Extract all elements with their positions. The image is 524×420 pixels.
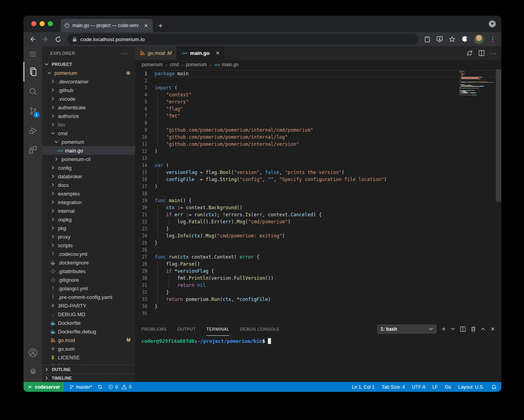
open-changes-icon[interactable] <box>466 50 473 56</box>
tree-folder--github[interactable]: .github <box>42 86 135 94</box>
tab-output[interactable]: OUTPUT <box>177 322 196 336</box>
tree-folder--devcontainer[interactable]: .devcontainer <box>42 77 135 86</box>
tree-folder--vscode[interactable]: .vscode <box>42 94 135 103</box>
tab-close-icon[interactable]: ✕ <box>143 23 149 29</box>
sync-item[interactable] <box>98 384 103 389</box>
minimize-window-button[interactable] <box>40 21 45 26</box>
eol-item[interactable]: LF <box>432 384 438 390</box>
install-app-icon[interactable] <box>436 36 443 42</box>
back-button[interactable] <box>29 36 36 43</box>
code-line[interactable]: 22 log.Fatal().Err(err).Msg("cmd/pomeriu… <box>135 218 501 225</box>
more-actions-icon[interactable]: ··· <box>490 50 497 56</box>
code-line[interactable]: 31 return nil <box>135 282 501 289</box>
tree-folder-config[interactable]: config <box>42 163 135 172</box>
new-terminal-icon[interactable]: + <box>442 326 446 333</box>
editor-scrollbar[interactable] <box>496 69 501 202</box>
tab-size-item[interactable]: Tab Size: 4 <box>382 384 405 390</box>
zoom-window-button[interactable] <box>48 21 53 26</box>
code-line[interactable]: 33 return pomerium.Run(ctx, *configFile) <box>135 296 501 303</box>
tree-folder-ospkg[interactable]: ospkg <box>42 215 135 224</box>
code-line[interactable]: 32 } <box>135 289 501 296</box>
tree-folder-proxy[interactable]: proxy <box>42 232 135 241</box>
problems-item[interactable]: 0 0 <box>108 384 131 390</box>
code-line[interactable]: 3import ( <box>135 84 501 91</box>
code-line[interactable]: 2 <box>135 77 501 84</box>
code-line[interactable]: 19func main() { <box>135 197 501 204</box>
tree-file-go-sum[interactable]: ≡go.sum <box>42 344 135 353</box>
section-project[interactable]: PROJECT <box>42 60 135 69</box>
code-line[interactable]: 25} <box>135 239 501 246</box>
reload-button[interactable] <box>55 36 61 43</box>
encoding-item[interactable]: UTF-8 <box>412 384 425 390</box>
new-tab-button[interactable]: + <box>158 22 163 30</box>
browser-tab[interactable]: main.go — project — code-serv ✕ <box>61 19 153 32</box>
breadcrumb-item-file[interactable]: -GOmain.go <box>214 62 239 67</box>
tab-close-icon[interactable]: ✕ <box>215 50 220 56</box>
bookmark-star-icon[interactable] <box>449 36 455 42</box>
tree-file-main-go[interactable]: -GOmain.go <box>42 146 135 155</box>
code-line[interactable]: 4 "context" <box>135 91 501 98</box>
tree-file-go-mod[interactable]: go.modM <box>42 336 135 344</box>
tree-file-lichen-yaml[interactable]: !lichen.yaml <box>42 362 135 365</box>
tree-folder-pomerium[interactable]: pomerium <box>42 138 135 146</box>
tree-file--codecov-yml[interactable]: !.codecov.yml <box>42 250 135 258</box>
tree-folder-bin[interactable]: bin <box>42 120 135 129</box>
tree-folder-integration[interactable]: integration <box>42 198 135 206</box>
source-control-icon[interactable]: 1 <box>23 101 42 121</box>
tree-folder-scripts[interactable]: scripts <box>42 241 135 250</box>
section-timeline[interactable]: TIMELINE <box>42 373 135 382</box>
explorer-actions-icon[interactable]: ··· <box>121 50 128 56</box>
code-line[interactable]: 13 <box>135 155 501 162</box>
tab-main-go[interactable]: -GO main.go ✕ <box>177 46 224 60</box>
maximize-panel-icon[interactable] <box>481 328 485 330</box>
browser-menu-icon[interactable]: ⋮ <box>490 36 496 43</box>
run-debug-icon[interactable] <box>23 121 42 140</box>
language-item[interactable]: Go <box>445 384 451 390</box>
code-line[interactable]: 8 <box>135 119 501 127</box>
clipboard-icon[interactable] <box>424 36 430 43</box>
code-line[interactable]: 14var ( <box>135 162 501 169</box>
tab-search-button[interactable] <box>489 20 496 27</box>
code-line[interactable]: 34} <box>135 303 501 310</box>
tree-file--pre-commit-config-yaml[interactable]: !.pre-commit-config.yaml <box>42 293 135 301</box>
breadcrumb-item[interactable]: cmd <box>170 62 179 67</box>
launch-profile-chevron-icon[interactable] <box>451 328 455 330</box>
git-branch-item[interactable]: master* <box>69 384 92 390</box>
profile-avatar[interactable] <box>474 34 484 44</box>
kill-terminal-icon[interactable] <box>471 326 476 332</box>
code-line[interactable]: 29 if *versionFlag { <box>135 268 501 275</box>
terminal-content[interactable]: coder@929f14a68fd0:~/project/pomerium/bi… <box>135 336 501 382</box>
code-line[interactable]: 24 log.Info(ctx).Msg("cmd/pomerium: exit… <box>135 232 501 239</box>
tree-folder-docs[interactable]: docs <box>42 181 135 189</box>
code-line[interactable]: 6 "flag" <box>135 105 501 112</box>
tree-folder-authorize[interactable]: authorize <box>42 112 135 120</box>
notifications-bell-icon[interactable] <box>491 384 497 390</box>
tree-file-license[interactable]: LICENSE <box>42 353 135 362</box>
code-line[interactable]: 27func run(ctx context.Context) error { <box>135 253 501 261</box>
tree-file--gitignore[interactable]: .gitignore <box>42 275 135 284</box>
terminal-shell-select[interactable]: 1: bash <box>377 324 437 334</box>
menu-icon[interactable] <box>23 46 42 62</box>
tab-problems[interactable]: PROBLEMS <box>141 322 166 336</box>
minimap[interactable] <box>459 71 495 97</box>
close-panel-icon[interactable]: ✕ <box>490 326 495 332</box>
code-line[interactable]: 28 flag.Parse() <box>135 261 501 268</box>
code-line[interactable]: 1package main <box>135 70 501 77</box>
explorer-view-icon[interactable] <box>23 62 42 81</box>
tree-folder-pomerium-cli[interactable]: pomerium-cli <box>42 155 135 163</box>
code-line[interactable]: 35 <box>135 310 501 317</box>
tree-file-dockerfile-debug[interactable]: Dockerfile.debug <box>42 327 135 336</box>
code-line[interactable]: 10 "github.com/pomerium/pomerium/interna… <box>135 134 501 141</box>
settings-gear-icon[interactable] <box>23 362 42 382</box>
extensions-view-icon[interactable] <box>23 140 42 160</box>
account-icon[interactable] <box>23 343 42 362</box>
tree-file-debug-md[interactable]: ↓DEBUG.MD <box>42 310 135 319</box>
tree-file--dockerignore[interactable]: .dockerignore <box>42 258 135 267</box>
breadcrumb-item[interactable]: pomerium <box>142 62 163 67</box>
cursor-position-item[interactable]: Ln 1, Col 1 <box>352 384 375 390</box>
search-icon[interactable] <box>23 81 42 101</box>
code-line[interactable]: 12) <box>135 148 501 155</box>
split-editor-icon[interactable] <box>479 50 484 56</box>
tree-folder-cmd[interactable]: cmd <box>42 129 135 138</box>
code-line[interactable]: 20 ctx := context.Background() <box>135 204 501 211</box>
